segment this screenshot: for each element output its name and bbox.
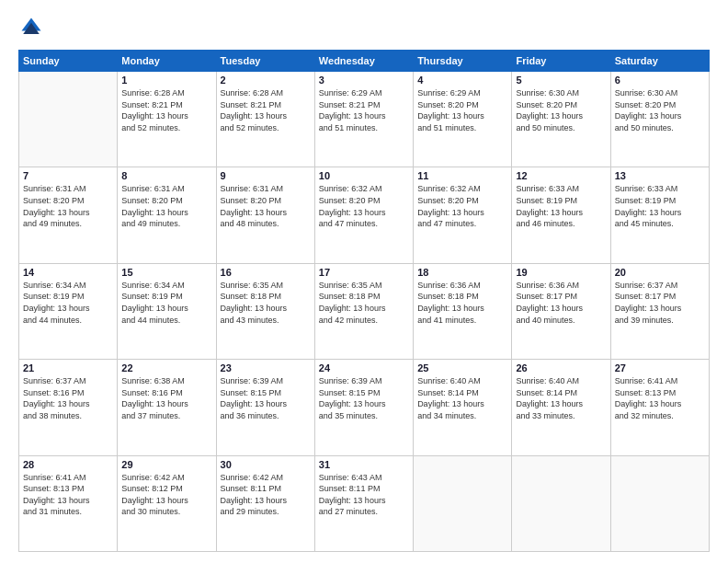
calendar-cell: 15Sunrise: 6:34 AM Sunset: 8:19 PM Dayli…	[118, 263, 216, 359]
day-info: Sunrise: 6:37 AM Sunset: 8:17 PM Dayligh…	[615, 280, 705, 326]
calendar-cell: 24Sunrise: 6:39 AM Sunset: 8:15 PM Dayli…	[314, 360, 413, 455]
day-info: Sunrise: 6:36 AM Sunset: 8:18 PM Dayligh…	[417, 280, 507, 326]
day-number: 30	[221, 459, 311, 470]
day-info: Sunrise: 6:28 AM Sunset: 8:21 PM Dayligh…	[121, 87, 211, 133]
calendar-cell	[512, 455, 610, 551]
day-info: Sunrise: 6:35 AM Sunset: 8:18 PM Dayligh…	[319, 280, 409, 326]
weekday-header: Monday	[118, 51, 216, 72]
calendar-cell	[610, 455, 709, 551]
calendar-cell: 21Sunrise: 6:37 AM Sunset: 8:16 PM Dayli…	[19, 360, 118, 455]
day-info: Sunrise: 6:36 AM Sunset: 8:17 PM Dayligh…	[516, 280, 606, 326]
day-info: Sunrise: 6:42 AM Sunset: 8:11 PM Dayligh…	[221, 472, 311, 518]
day-info: Sunrise: 6:33 AM Sunset: 8:19 PM Dayligh…	[615, 183, 705, 229]
calendar-week-row: 7Sunrise: 6:31 AM Sunset: 8:20 PM Daylig…	[19, 167, 710, 263]
weekday-header: Friday	[512, 51, 610, 72]
day-info: Sunrise: 6:39 AM Sunset: 8:15 PM Dayligh…	[319, 375, 409, 421]
calendar-cell: 13Sunrise: 6:33 AM Sunset: 8:19 PM Dayli…	[610, 167, 709, 263]
day-info: Sunrise: 6:35 AM Sunset: 8:18 PM Dayligh…	[221, 280, 311, 326]
day-number: 8	[121, 170, 211, 181]
weekday-header: Tuesday	[216, 51, 314, 72]
calendar-cell: 2Sunrise: 6:28 AM Sunset: 8:21 PM Daylig…	[216, 72, 314, 167]
weekday-header: Sunday	[19, 51, 118, 72]
day-number: 24	[319, 362, 409, 373]
calendar-cell: 16Sunrise: 6:35 AM Sunset: 8:18 PM Dayli…	[216, 263, 314, 359]
day-number: 12	[516, 170, 606, 181]
calendar-cell: 27Sunrise: 6:41 AM Sunset: 8:13 PM Dayli…	[610, 360, 709, 455]
day-number: 23	[221, 362, 311, 373]
calendar-week-row: 14Sunrise: 6:34 AM Sunset: 8:19 PM Dayli…	[19, 263, 710, 359]
day-info: Sunrise: 6:34 AM Sunset: 8:19 PM Dayligh…	[121, 280, 211, 326]
day-info: Sunrise: 6:30 AM Sunset: 8:20 PM Dayligh…	[516, 87, 606, 133]
weekday-header: Wednesday	[314, 51, 413, 72]
day-info: Sunrise: 6:38 AM Sunset: 8:16 PM Dayligh…	[121, 375, 211, 421]
calendar-cell: 28Sunrise: 6:41 AM Sunset: 8:13 PM Dayli…	[19, 455, 118, 551]
day-info: Sunrise: 6:43 AM Sunset: 8:11 PM Dayligh…	[319, 472, 409, 518]
day-info: Sunrise: 6:31 AM Sunset: 8:20 PM Dayligh…	[121, 183, 211, 229]
header-row: SundayMondayTuesdayWednesdayThursdayFrid…	[19, 51, 710, 72]
day-info: Sunrise: 6:32 AM Sunset: 8:20 PM Dayligh…	[319, 183, 409, 229]
calendar-cell: 22Sunrise: 6:38 AM Sunset: 8:16 PM Dayli…	[118, 360, 216, 455]
day-number: 3	[319, 75, 409, 86]
calendar-cell	[19, 72, 118, 167]
calendar-table: SundayMondayTuesdayWednesdayThursdayFrid…	[18, 50, 710, 552]
day-info: Sunrise: 6:29 AM Sunset: 8:20 PM Dayligh…	[417, 87, 507, 133]
day-info: Sunrise: 6:40 AM Sunset: 8:14 PM Dayligh…	[516, 375, 606, 421]
calendar-cell: 23Sunrise: 6:39 AM Sunset: 8:15 PM Dayli…	[216, 360, 314, 455]
calendar-cell: 8Sunrise: 6:31 AM Sunset: 8:20 PM Daylig…	[118, 167, 216, 263]
day-number: 6	[615, 75, 705, 86]
calendar-cell: 5Sunrise: 6:30 AM Sunset: 8:20 PM Daylig…	[512, 72, 610, 167]
day-number: 5	[516, 75, 606, 86]
weekday-header: Thursday	[414, 51, 512, 72]
day-number: 7	[23, 170, 113, 181]
calendar-week-row: 21Sunrise: 6:37 AM Sunset: 8:16 PM Dayli…	[19, 360, 710, 455]
day-number: 1	[121, 75, 211, 86]
day-number: 22	[121, 362, 211, 373]
calendar-cell: 6Sunrise: 6:30 AM Sunset: 8:20 PM Daylig…	[610, 72, 709, 167]
day-number: 29	[121, 459, 211, 470]
calendar-week-row: 1Sunrise: 6:28 AM Sunset: 8:21 PM Daylig…	[19, 72, 710, 167]
calendar-cell: 26Sunrise: 6:40 AM Sunset: 8:14 PM Dayli…	[512, 360, 610, 455]
day-info: Sunrise: 6:34 AM Sunset: 8:19 PM Dayligh…	[23, 280, 113, 326]
day-number: 26	[516, 362, 606, 373]
day-info: Sunrise: 6:39 AM Sunset: 8:15 PM Dayligh…	[221, 375, 311, 421]
day-info: Sunrise: 6:40 AM Sunset: 8:14 PM Dayligh…	[417, 375, 507, 421]
calendar-cell: 25Sunrise: 6:40 AM Sunset: 8:14 PM Dayli…	[414, 360, 512, 455]
day-number: 28	[23, 459, 113, 470]
calendar-week-row: 28Sunrise: 6:41 AM Sunset: 8:13 PM Dayli…	[19, 455, 710, 551]
day-info: Sunrise: 6:32 AM Sunset: 8:20 PM Dayligh…	[417, 183, 507, 229]
calendar-cell: 10Sunrise: 6:32 AM Sunset: 8:20 PM Dayli…	[314, 167, 413, 263]
day-info: Sunrise: 6:33 AM Sunset: 8:19 PM Dayligh…	[516, 183, 606, 229]
header	[18, 15, 710, 40]
calendar-cell: 9Sunrise: 6:31 AM Sunset: 8:20 PM Daylig…	[216, 167, 314, 263]
calendar-cell: 19Sunrise: 6:36 AM Sunset: 8:17 PM Dayli…	[512, 263, 610, 359]
day-number: 21	[23, 362, 113, 373]
calendar-cell: 31Sunrise: 6:43 AM Sunset: 8:11 PM Dayli…	[314, 455, 413, 551]
day-number: 4	[417, 75, 507, 86]
day-info: Sunrise: 6:42 AM Sunset: 8:12 PM Dayligh…	[121, 472, 211, 518]
calendar-cell: 14Sunrise: 6:34 AM Sunset: 8:19 PM Dayli…	[19, 263, 118, 359]
day-number: 31	[319, 459, 409, 470]
day-info: Sunrise: 6:30 AM Sunset: 8:20 PM Dayligh…	[615, 87, 705, 133]
day-info: Sunrise: 6:37 AM Sunset: 8:16 PM Dayligh…	[23, 375, 113, 421]
day-number: 19	[516, 267, 606, 278]
logo-icon	[18, 15, 44, 40]
calendar-cell: 29Sunrise: 6:42 AM Sunset: 8:12 PM Dayli…	[118, 455, 216, 551]
calendar-cell: 17Sunrise: 6:35 AM Sunset: 8:18 PM Dayli…	[314, 263, 413, 359]
calendar-cell: 18Sunrise: 6:36 AM Sunset: 8:18 PM Dayli…	[414, 263, 512, 359]
calendar-cell: 7Sunrise: 6:31 AM Sunset: 8:20 PM Daylig…	[19, 167, 118, 263]
day-number: 10	[319, 170, 409, 181]
day-number: 17	[319, 267, 409, 278]
day-number: 9	[221, 170, 311, 181]
page: SundayMondayTuesdayWednesdayThursdayFrid…	[0, 0, 728, 563]
day-number: 18	[417, 267, 507, 278]
day-number: 11	[417, 170, 507, 181]
day-info: Sunrise: 6:41 AM Sunset: 8:13 PM Dayligh…	[23, 472, 113, 518]
day-number: 20	[615, 267, 705, 278]
day-number: 16	[221, 267, 311, 278]
day-info: Sunrise: 6:28 AM Sunset: 8:21 PM Dayligh…	[221, 87, 311, 133]
calendar-cell	[414, 455, 512, 551]
calendar-cell: 11Sunrise: 6:32 AM Sunset: 8:20 PM Dayli…	[414, 167, 512, 263]
calendar-cell: 1Sunrise: 6:28 AM Sunset: 8:21 PM Daylig…	[118, 72, 216, 167]
day-number: 25	[417, 362, 507, 373]
calendar-cell: 4Sunrise: 6:29 AM Sunset: 8:20 PM Daylig…	[414, 72, 512, 167]
